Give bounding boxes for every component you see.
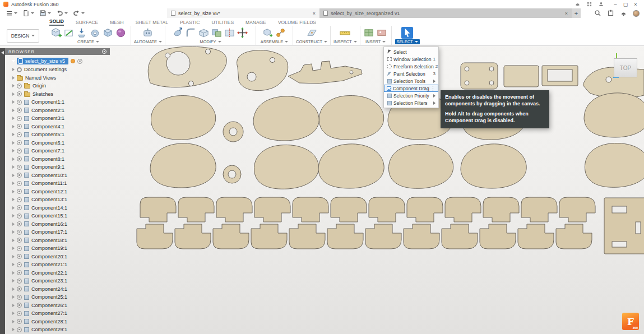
visibility-icon[interactable] — [17, 116, 22, 121]
visibility-icon[interactable] — [17, 295, 22, 300]
browser-item-origin[interactable]: Origin — [5, 82, 110, 90]
visibility-icon[interactable] — [17, 173, 22, 178]
visibility-icon[interactable] — [17, 84, 22, 89]
visibility-icon[interactable] — [17, 279, 22, 284]
shell-icon[interactable] — [198, 27, 210, 39]
expand-arrow-icon[interactable] — [12, 247, 15, 250]
group-label-insert[interactable]: INSERT — [365, 39, 386, 44]
expand-arrow-icon[interactable] — [12, 92, 15, 96]
part-body[interactable] — [584, 93, 644, 137]
select-cursor-icon[interactable] — [401, 27, 413, 39]
notification-bell-icon[interactable] — [620, 10, 627, 17]
browser-component-row[interactable]: Component3:1 — [5, 114, 110, 123]
part-tile[interactable] — [407, 197, 443, 222]
combine-icon[interactable] — [211, 27, 223, 39]
part-body[interactable] — [318, 144, 384, 188]
account-icon[interactable] — [599, 2, 604, 7]
expand-arrow-icon[interactable] — [12, 320, 15, 323]
visibility-icon[interactable] — [17, 149, 22, 154]
part-tile[interactable] — [327, 224, 363, 249]
expand-arrow-icon[interactable] — [12, 239, 15, 242]
part-donut[interactable] — [223, 122, 243, 142]
browser-item-sketches[interactable]: Sketches — [5, 90, 110, 99]
expand-arrow-icon[interactable] — [12, 133, 15, 136]
browser-item-document-settings[interactable]: Document Settings — [5, 66, 110, 74]
expand-arrow-icon[interactable] — [12, 60, 15, 62]
visibility-icon[interactable] — [17, 100, 22, 105]
part-tile[interactable] — [137, 224, 173, 249]
expand-arrow-icon[interactable] — [12, 109, 15, 112]
part-slotted-plate[interactable] — [604, 198, 644, 254]
expand-arrow-icon[interactable] — [12, 263, 15, 266]
part-tile[interactable] — [445, 197, 481, 222]
tab-close-icon[interactable]: × — [565, 11, 568, 16]
part-body[interactable] — [461, 144, 526, 188]
browser-component-row[interactable]: Component24:1 — [5, 285, 110, 294]
part-tile[interactable] — [365, 224, 401, 249]
part-donut[interactable] — [223, 165, 241, 183]
group-label-automate[interactable]: AUTOMATE — [134, 39, 162, 44]
part-body[interactable] — [388, 145, 453, 189]
part-tile[interactable] — [480, 224, 516, 249]
browser-component-row[interactable]: Component13:1 — [5, 196, 110, 204]
part-tile[interactable] — [483, 197, 519, 222]
search-icon[interactable] — [594, 10, 601, 17]
group-label-construct[interactable]: CONSTRUCT — [296, 39, 327, 44]
joint-icon[interactable] — [275, 27, 286, 39]
expand-arrow-icon[interactable] — [12, 328, 15, 331]
visibility-icon[interactable] — [17, 197, 22, 202]
create-sketch-icon[interactable] — [63, 27, 75, 39]
menu-item-paint-selection[interactable]: Paint Selection 3 — [384, 70, 438, 77]
visibility-icon[interactable] — [17, 311, 22, 316]
menu-item-selection-tools[interactable]: Selection Tools — [384, 77, 438, 85]
part-tile[interactable] — [442, 224, 478, 249]
part-body[interactable] — [150, 143, 216, 188]
group-label-assemble[interactable]: ASSEMBLE — [261, 39, 288, 44]
expand-arrow-icon[interactable] — [12, 174, 15, 177]
visibility-icon[interactable] — [17, 189, 22, 194]
part-tile[interactable] — [251, 224, 287, 249]
expand-arrow-icon[interactable] — [12, 141, 15, 145]
browser-component-row[interactable]: Component29:1 — [5, 326, 110, 334]
visibility-icon[interactable] — [17, 91, 22, 96]
visibility-icon[interactable] — [17, 214, 22, 219]
visibility-icon[interactable] — [17, 156, 22, 161]
part-tile[interactable] — [369, 197, 405, 222]
browser-component-row[interactable]: Component19:1 — [5, 244, 110, 253]
expand-arrow-icon[interactable] — [12, 271, 15, 275]
expand-arrow-icon[interactable] — [12, 68, 15, 71]
part-plate[interactable] — [148, 47, 226, 87]
decal-icon[interactable] — [376, 27, 388, 39]
document-tab-inactive[interactable]: select_by_size_reorganized v1 × — [319, 8, 572, 18]
visibility-icon[interactable] — [17, 230, 22, 235]
expand-arrow-icon[interactable] — [12, 165, 15, 169]
expand-arrow-icon[interactable] — [12, 214, 15, 217]
browser-component-row[interactable]: Component14:1 — [5, 204, 110, 212]
redo-button[interactable] — [73, 10, 85, 17]
visibility-icon[interactable] — [17, 262, 22, 267]
browser-component-row[interactable]: Component17:1 — [5, 228, 110, 236]
menu-item-selection-filters[interactable]: Selection Filters — [384, 99, 438, 106]
ribbon-tab-sheet-metal[interactable]: SHEET METAL — [136, 20, 168, 26]
browser-component-row[interactable]: Component15:1 — [5, 212, 110, 220]
browser-component-row[interactable]: Component7:1 — [5, 147, 110, 155]
part-body[interactable] — [585, 143, 644, 188]
menu-item-selection-priority[interactable]: Selection Priority — [384, 92, 438, 99]
browser-component-row[interactable]: Component28:1 — [5, 318, 110, 326]
visibility-icon[interactable] — [17, 165, 22, 170]
expand-arrow-icon[interactable] — [12, 157, 15, 161]
new-document-button[interactable] — [22, 10, 34, 17]
expand-arrow-icon[interactable] — [12, 125, 15, 128]
visibility-icon[interactable] — [17, 286, 22, 291]
browser-item-named-views[interactable]: Named Views — [5, 74, 110, 82]
browser-component-row[interactable]: Component10:1 — [5, 171, 110, 180]
panel-edge-strip[interactable] — [0, 48, 5, 334]
measure-icon[interactable] — [339, 27, 351, 39]
visibility-icon[interactable] — [17, 327, 22, 332]
construction-plane-icon[interactable] — [306, 27, 318, 39]
design-workspace-dropdown[interactable]: DESIGN — [7, 29, 39, 43]
ribbon-tab-mesh[interactable]: MESH — [110, 20, 124, 26]
extrude-icon[interactable] — [76, 27, 88, 39]
part-tile[interactable] — [289, 224, 325, 249]
expand-arrow-icon[interactable] — [12, 100, 15, 104]
